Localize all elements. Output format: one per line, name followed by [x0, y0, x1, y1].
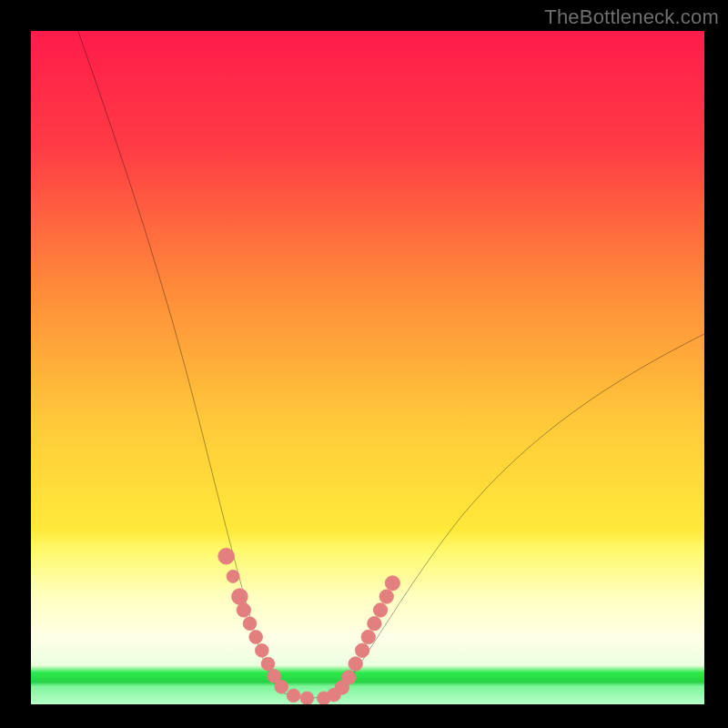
curve-left-branch: [78, 31, 280, 691]
plot-area: [31, 31, 704, 704]
svg-point-5: [249, 631, 263, 644]
chart-frame: TheBottleneck.com: [0, 0, 728, 728]
svg-point-1: [227, 570, 239, 582]
chart-svg: [31, 31, 704, 704]
svg-point-22: [385, 576, 399, 591]
svg-point-17: [355, 643, 369, 658]
svg-point-11: [300, 692, 314, 704]
svg-point-16: [349, 657, 363, 672]
svg-point-9: [275, 680, 288, 693]
marker-cluster: [218, 548, 400, 704]
svg-point-20: [373, 603, 388, 618]
curve-right-branch: [340, 334, 704, 691]
svg-point-3: [237, 603, 251, 618]
svg-point-6: [255, 643, 268, 657]
svg-point-7: [261, 657, 275, 671]
svg-point-18: [361, 630, 376, 644]
svg-point-21: [379, 590, 394, 604]
svg-point-15: [342, 671, 357, 685]
watermark-text: TheBottleneck.com: [544, 5, 719, 29]
svg-point-2: [232, 589, 248, 605]
svg-point-4: [243, 617, 257, 631]
svg-point-0: [218, 548, 235, 564]
svg-point-10: [287, 689, 300, 703]
svg-point-19: [368, 616, 382, 631]
